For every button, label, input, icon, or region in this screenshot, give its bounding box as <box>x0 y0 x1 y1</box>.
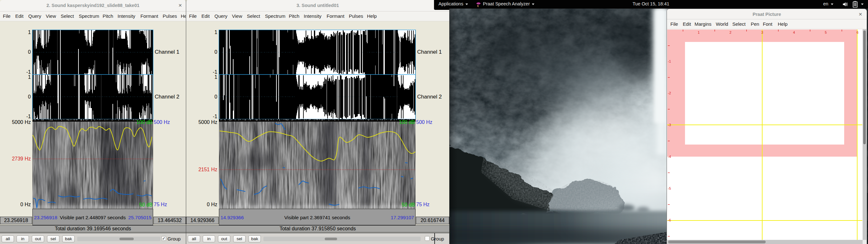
svg-text:-4: -4 <box>668 155 671 158</box>
svg-text:2: 2 <box>730 30 732 34</box>
svg-text:1: 1 <box>698 30 700 34</box>
svg-text:-1: -1 <box>668 59 671 63</box>
svg-text:-6: -6 <box>668 218 671 222</box>
svg-text:6: 6 <box>857 30 859 34</box>
svg-text:5: 5 <box>825 30 827 34</box>
svg-text:-5: -5 <box>668 186 671 190</box>
svg-text:4: 4 <box>793 30 795 34</box>
svg-text:-3: -3 <box>668 123 671 127</box>
svg-text:-2: -2 <box>668 91 671 95</box>
svg-text:3: 3 <box>761 30 763 34</box>
